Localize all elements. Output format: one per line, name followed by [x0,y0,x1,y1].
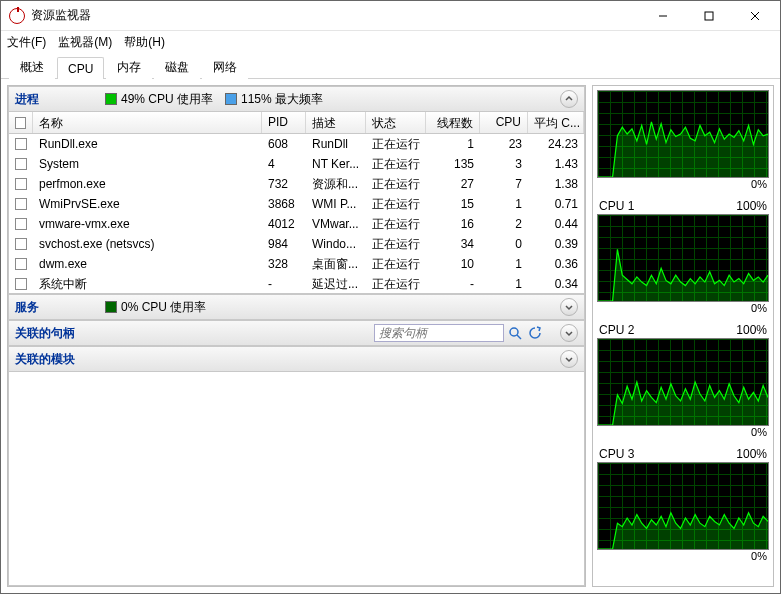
graph-title: CPU 1 [599,199,634,213]
graph-label-row: CPU 3100% [597,446,769,462]
cpu-graph-3: CPU 3100%0% [597,446,769,566]
section-handles-header[interactable]: 关联的句柄 [8,320,585,346]
col-threads[interactable]: 线程数 [426,112,480,133]
graph-min-label: 0% [597,426,769,442]
handles-search-input[interactable] [374,324,504,342]
col-desc[interactable]: 描述 [306,112,366,133]
graph-min-label: 0% [597,178,769,194]
tab-disk[interactable]: 磁盘 [154,54,200,79]
cell-cpu: 1 [480,277,528,291]
menu-monitor[interactable]: 监视器(M) [58,34,112,51]
table-row[interactable]: svchost.exe (netsvcs)984Windo...正在运行3400… [9,234,584,254]
maximize-icon [704,11,714,21]
maximize-button[interactable] [686,1,732,31]
cell-cpu: 2 [480,217,528,231]
expand-handles-button[interactable] [560,324,578,342]
refresh-button[interactable] [526,324,544,342]
table-row[interactable]: WmiPrvSE.exe3868WMI P...正在运行1510.71 [9,194,584,214]
cell-desc: VMwar... [306,217,366,231]
cell-cpu: 1 [480,197,528,211]
section-modules-title: 关联的模块 [15,351,75,368]
tab-overview[interactable]: 概述 [9,54,55,79]
tab-bar: 概述 CPU 内存 磁盘 网络 [1,53,780,79]
close-button[interactable] [732,1,778,31]
graph-canvas [597,214,769,302]
search-button[interactable] [506,324,524,342]
section-processes-header[interactable]: 进程 49% CPU 使用率 115% 最大频率 [8,86,585,112]
col-name[interactable]: 名称 [33,112,262,133]
graph-label-row: CPU 1100% [597,198,769,214]
collapse-processes-button[interactable] [560,90,578,108]
cell-desc: 桌面窗... [306,256,366,273]
title-bar: 资源监视器 [1,1,780,31]
row-checkbox[interactable] [9,278,33,290]
search-icon [508,326,522,340]
graph-max-label: 100% [736,323,767,337]
cell-name: WmiPrvSE.exe [33,197,262,211]
cell-avgcpu: 24.23 [528,137,584,151]
cell-state: 正在运行 [366,236,426,253]
expand-modules-button[interactable] [560,350,578,368]
cell-cpu: 23 [480,137,528,151]
cell-state: 正在运行 [366,256,426,273]
minimize-icon [658,11,668,21]
cpu-graph-1: CPU 1100%0% [597,198,769,318]
cell-name: vmware-vmx.exe [33,217,262,231]
services-cpu-meter: 0% CPU 使用率 [105,299,215,316]
table-row[interactable]: dwm.exe328桌面窗...正在运行1010.36 [9,254,584,274]
table-row[interactable]: RunDll.exe608RunDll正在运行12324.23 [9,134,584,154]
graph-title: CPU 2 [599,323,634,337]
tab-cpu[interactable]: CPU [57,57,104,79]
cell-avgcpu: 0.44 [528,217,584,231]
row-checkbox[interactable] [9,158,33,170]
col-avgcpu[interactable]: 平均 C... [528,112,584,133]
graph-canvas [597,338,769,426]
cell-desc: NT Ker... [306,157,366,171]
cell-threads: 16 [426,217,480,231]
cell-desc: RunDll [306,137,366,151]
table-row[interactable]: System4NT Ker...正在运行13531.43 [9,154,584,174]
services-cpu-icon [105,301,117,313]
graph-min-label: 0% [597,302,769,318]
tab-memory[interactable]: 内存 [106,54,152,79]
cell-pid: 4 [262,157,306,171]
col-cpu[interactable]: CPU [480,112,528,133]
row-checkbox[interactable] [9,178,33,190]
cell-state: 正在运行 [366,276,426,293]
col-state[interactable]: 状态 [366,112,426,133]
svg-marker-8 [598,382,768,425]
services-cpu-text: 0% CPU 使用率 [121,299,206,316]
table-row[interactable]: perfmon.exe732资源和...正在运行2771.38 [9,174,584,194]
row-checkbox[interactable] [9,218,33,230]
table-row[interactable]: vmware-vmx.exe4012VMwar...正在运行1620.44 [9,214,584,234]
col-checkbox[interactable] [9,112,33,133]
menu-bar: 文件(F) 监视器(M) 帮助(H) [1,31,780,53]
cell-cpu: 1 [480,257,528,271]
menu-help[interactable]: 帮助(H) [124,34,165,51]
row-checkbox[interactable] [9,198,33,210]
cpu-graph-0: 0% [597,90,769,194]
col-pid[interactable]: PID [262,112,306,133]
cell-avgcpu: 1.38 [528,177,584,191]
left-panel: 进程 49% CPU 使用率 115% 最大频率 名称 PID 描述 状态 线程… [7,85,586,587]
table-row[interactable]: 系统中断-延迟过...正在运行-10.34 [9,274,584,294]
expand-services-button[interactable] [560,298,578,316]
cell-desc: WMI P... [306,197,366,211]
minimize-button[interactable] [640,1,686,31]
process-table-body: RunDll.exe608RunDll正在运行12324.23System4NT… [8,134,585,294]
tab-network[interactable]: 网络 [202,54,248,79]
row-checkbox[interactable] [9,258,33,270]
cell-pid: 732 [262,177,306,191]
cell-pid: 4012 [262,217,306,231]
row-checkbox[interactable] [9,138,33,150]
row-checkbox[interactable] [9,238,33,250]
handles-search [374,324,544,342]
section-modules-header[interactable]: 关联的模块 [8,346,585,372]
process-table-header: 名称 PID 描述 状态 线程数 CPU 平均 C... [8,112,585,134]
cell-threads: 135 [426,157,480,171]
menu-file[interactable]: 文件(F) [7,34,46,51]
graph-canvas [597,90,769,178]
section-services-header[interactable]: 服务 0% CPU 使用率 [8,294,585,320]
cell-threads: 27 [426,177,480,191]
graph-canvas [597,462,769,550]
